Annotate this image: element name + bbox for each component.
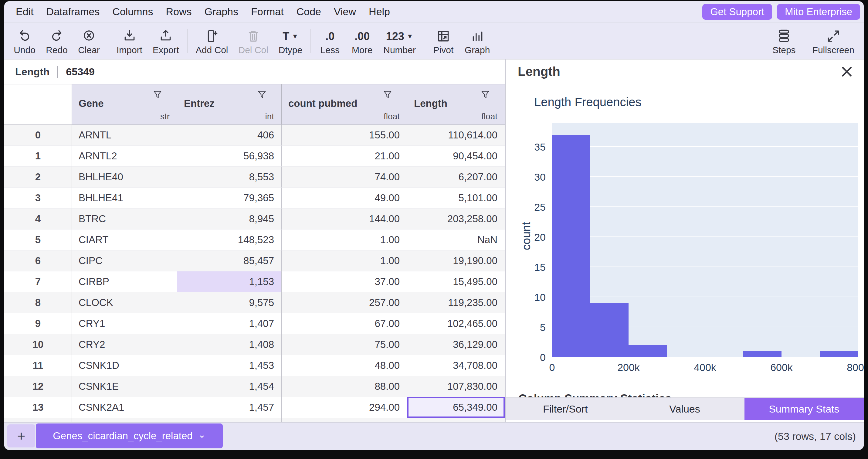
fullscreen-button[interactable]: Fullscreen — [807, 24, 860, 58]
menu-graphs[interactable]: Graphs — [205, 6, 239, 18]
table-cell[interactable]: 203,258.00 — [407, 209, 505, 230]
table-cell[interactable]: 75.00 — [282, 334, 407, 355]
add-col-button[interactable]: Add Col — [191, 24, 234, 58]
table-cell[interactable]: 119,235.00 — [407, 292, 505, 313]
table-cell[interactable]: CIART — [72, 230, 177, 250]
sheet-tab[interactable]: Genes_cicardian_cycle_related ⌄ — [36, 424, 223, 448]
menu-rows[interactable]: Rows — [166, 6, 192, 18]
column-header-count-pubmed[interactable]: count pubmedfloat — [282, 84, 407, 124]
row-index-cell[interactable]: 1 — [4, 146, 72, 167]
table-cell[interactable]: 1,457 — [177, 397, 282, 418]
table-cell[interactable]: BHLHE40 — [72, 167, 177, 188]
table-cell[interactable]: 74.00 — [282, 167, 407, 188]
menu-edit[interactable]: Edit — [16, 6, 34, 18]
table-cell[interactable]: CSNK2A1 — [72, 397, 177, 418]
column-header-entrez[interactable]: Entrezint — [177, 84, 282, 124]
menu-dataframes[interactable]: Dataframes — [46, 6, 100, 18]
table-cell[interactable]: 1,407 — [177, 313, 282, 334]
close-icon[interactable] — [839, 64, 855, 80]
row-index-cell[interactable]: 12 — [4, 376, 72, 397]
row-index-cell[interactable]: 4 — [4, 209, 72, 230]
table-cell[interactable]: 90,454.00 — [407, 146, 505, 167]
table-cell[interactable]: 21.00 — [282, 146, 407, 167]
table-cell[interactable]: 1,408 — [177, 334, 282, 355]
table-cell[interactable]: 1.00 — [282, 250, 407, 271]
table-cell[interactable]: 79,365 — [177, 188, 282, 209]
table-cell[interactable]: CIPC — [72, 250, 177, 271]
table-cell[interactable]: 102,465.00 — [407, 313, 505, 334]
table-cell[interactable]: 48.00 — [282, 355, 407, 376]
table-cell[interactable]: 148,523 — [177, 230, 282, 250]
pivot-button[interactable]: Pivot — [427, 24, 460, 58]
row-index-cell[interactable]: 13 — [4, 397, 72, 418]
get-support-button[interactable]: Get Support — [702, 4, 772, 20]
table-cell[interactable]: 107,830.00 — [407, 376, 505, 397]
less-button[interactable]: .0Less — [314, 24, 346, 58]
table-cell[interactable]: CLOCK — [72, 292, 177, 313]
table-cell[interactable]: 67.00 — [282, 313, 407, 334]
more-button[interactable]: .00More — [346, 24, 378, 58]
table-cell[interactable]: 257.00 — [282, 292, 407, 313]
table-cell[interactable]: ARNTL — [72, 125, 177, 146]
table-cell[interactable]: CRY2 — [72, 334, 177, 355]
row-index-cell[interactable]: 9 — [4, 313, 72, 334]
table-cell[interactable]: 8,553 — [177, 167, 282, 188]
row-index-cell[interactable]: 8 — [4, 292, 72, 313]
table-cell[interactable]: 8,945 — [177, 209, 282, 230]
undo-button[interactable]: Undo — [8, 24, 41, 58]
menu-help[interactable]: Help — [369, 6, 390, 18]
steps-button[interactable]: Steps — [767, 24, 801, 58]
table-cell[interactable]: NaN — [407, 230, 505, 250]
column-header-length[interactable]: Lengthfloat — [407, 84, 505, 124]
row-index-cell[interactable]: 5 — [4, 230, 72, 250]
table-cell[interactable]: BHLHE41 — [72, 188, 177, 209]
table-cell[interactable]: BTRC — [72, 209, 177, 230]
graph-button[interactable]: Graph — [460, 24, 495, 58]
tab-values[interactable]: Values — [625, 398, 744, 420]
row-index-cell[interactable]: 6 — [4, 250, 72, 271]
table-cell[interactable]: CSNK1E — [72, 376, 177, 397]
table-cell[interactable]: 406 — [177, 125, 282, 146]
add-sheet-button[interactable]: + — [7, 424, 35, 448]
table-cell[interactable]: 5,101.00 — [407, 188, 505, 209]
table-cell[interactable]: 85,457 — [177, 250, 282, 271]
table-cell[interactable]: 294.00 — [282, 397, 407, 418]
table-cell[interactable]: 1,153 — [177, 271, 282, 292]
table-cell[interactable]: 110,614.00 — [407, 125, 505, 146]
dtype-button[interactable]: T▼Dtype — [274, 24, 307, 58]
table-cell[interactable]: 15,495.00 — [407, 271, 505, 292]
menu-code[interactable]: Code — [297, 6, 321, 18]
table-cell[interactable]: 34,708.00 — [407, 355, 505, 376]
table-cell[interactable]: 65,349.00 — [407, 397, 505, 418]
row-index-cell[interactable]: 3 — [4, 188, 72, 209]
table-cell[interactable]: 36,129.00 — [407, 334, 505, 355]
table-cell[interactable]: 9,575 — [177, 292, 282, 313]
table-cell[interactable]: 37.00 — [282, 271, 407, 292]
tab-summary-stats[interactable]: Summary Stats — [744, 398, 864, 420]
export-button[interactable]: Export — [148, 24, 184, 58]
mito-enterprise-button[interactable]: Mito Enterprise — [777, 4, 860, 20]
column-header-gene[interactable]: Genestr — [72, 84, 177, 124]
table-cell[interactable]: 56,938 — [177, 146, 282, 167]
menu-view[interactable]: View — [334, 6, 356, 18]
table-cell[interactable]: 1,453 — [177, 355, 282, 376]
formula-bar[interactable]: Length 65349 — [4, 60, 505, 84]
menu-format[interactable]: Format — [251, 6, 284, 18]
table-cell[interactable]: 49.00 — [282, 188, 407, 209]
tab-filter-sort[interactable]: Filter/Sort — [506, 398, 625, 420]
table-cell[interactable]: 144.00 — [282, 209, 407, 230]
table-cell[interactable]: ARNTL2 — [72, 146, 177, 167]
table-cell[interactable]: 1.00 — [282, 230, 407, 250]
row-index-cell[interactable]: 7 — [4, 271, 72, 292]
menu-columns[interactable]: Columns — [112, 6, 153, 18]
row-index-cell[interactable]: 0 — [4, 125, 72, 146]
table-cell[interactable]: 6,207.00 — [407, 167, 505, 188]
table-cell[interactable]: 19,190.00 — [407, 250, 505, 271]
table-cell[interactable]: 155.00 — [282, 125, 407, 146]
row-index-cell[interactable]: 11 — [4, 355, 72, 376]
table-cell[interactable]: 1,454 — [177, 376, 282, 397]
row-index-cell[interactable]: 2 — [4, 167, 72, 188]
filter-icon[interactable] — [152, 89, 163, 102]
table-cell[interactable]: CSNK1D — [72, 355, 177, 376]
table-cell[interactable]: CIRBP — [72, 271, 177, 292]
